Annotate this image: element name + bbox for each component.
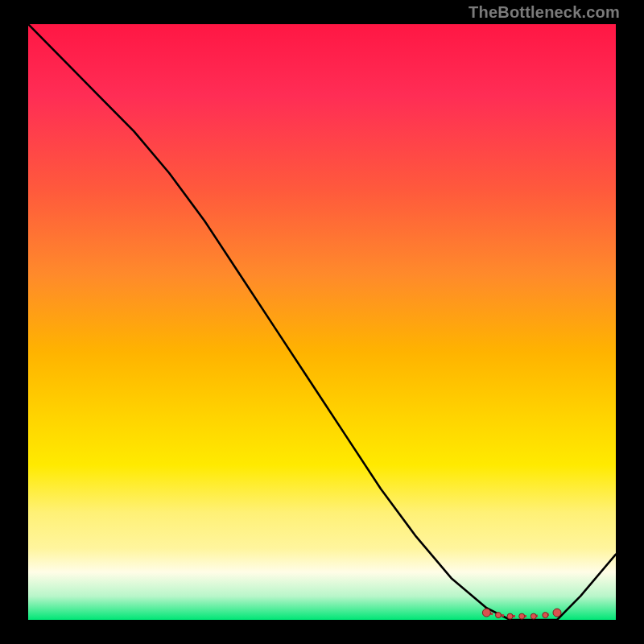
plot-svg: [28, 24, 616, 620]
optimal-point: [482, 609, 490, 617]
bottleneck-curve-line: [28, 24, 616, 620]
optimal-point: [543, 613, 548, 618]
optimal-point: [496, 613, 502, 618]
watermark-label: TheBottleneck.com: [469, 3, 620, 22]
optimal-point: [530, 613, 536, 619]
optimal-point: [519, 613, 525, 619]
optimal-point: [507, 613, 513, 619]
plot-area: [28, 24, 616, 620]
optimal-range-markers: [482, 609, 561, 619]
optimal-point: [553, 609, 561, 617]
chart-container: TheBottleneck.com: [0, 0, 644, 644]
